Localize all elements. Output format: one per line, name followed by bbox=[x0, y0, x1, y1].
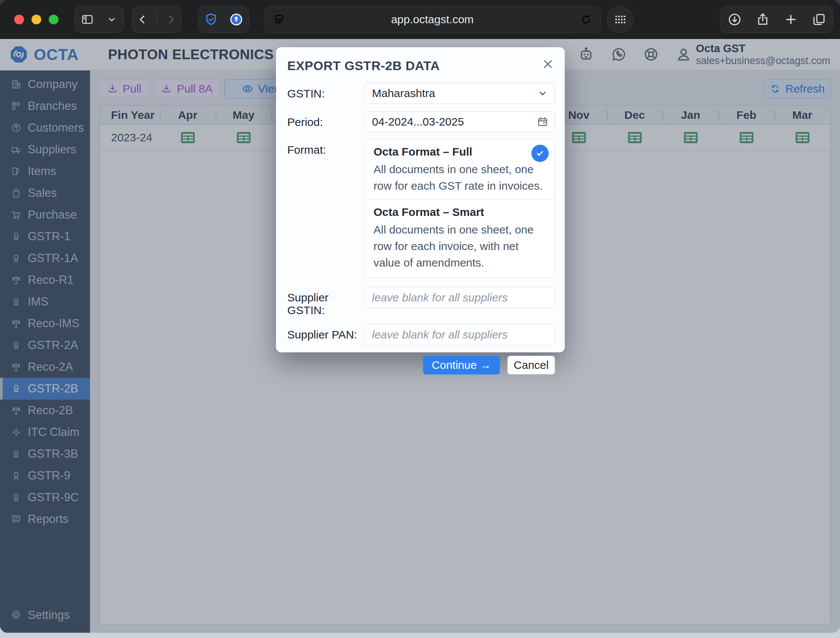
format-option-smart[interactable]: Octa Format – Smart All documents in one… bbox=[364, 199, 555, 278]
format-option-full[interactable]: Octa Format – Full All documents in one … bbox=[364, 139, 555, 199]
reader-icon[interactable] bbox=[273, 13, 285, 26]
calendar-icon bbox=[536, 116, 549, 128]
minimize-window-button[interactable] bbox=[32, 14, 41, 24]
share-icon[interactable] bbox=[755, 12, 770, 27]
supplier-pan-input[interactable] bbox=[364, 324, 555, 345]
window-controls bbox=[14, 14, 59, 24]
modal-title: EXPORT GSTR-2B DATA bbox=[287, 58, 440, 73]
divider bbox=[157, 12, 157, 27]
toolbar-right-group bbox=[720, 6, 833, 33]
new-tab-icon[interactable] bbox=[783, 12, 798, 27]
chevron-down-icon bbox=[536, 87, 549, 99]
gstin-selected-value: Maharashtra bbox=[372, 87, 435, 100]
format-option-title: Octa Format – Full bbox=[373, 145, 546, 158]
downloads-icon[interactable] bbox=[727, 12, 742, 27]
supplier-gstin-input[interactable] bbox=[364, 287, 555, 308]
onepassword-icon[interactable] bbox=[229, 12, 244, 27]
format-option-title: Octa Format – Smart bbox=[373, 206, 546, 218]
check-icon bbox=[535, 148, 546, 159]
browser-chrome: app.octagst.com bbox=[0, 0, 840, 39]
selected-check-badge bbox=[532, 145, 549, 162]
shield-check-icon[interactable] bbox=[204, 12, 218, 27]
extensions-grid-button[interactable] bbox=[607, 6, 634, 33]
format-label: Format: bbox=[287, 139, 364, 278]
chevron-down-icon[interactable] bbox=[106, 14, 117, 25]
format-option-description: All documents in one sheet, one row for … bbox=[373, 161, 546, 194]
format-option-description: All documents in one sheet, one row for … bbox=[373, 221, 546, 271]
forward-icon[interactable] bbox=[165, 13, 177, 26]
close-window-button[interactable] bbox=[14, 14, 24, 24]
period-label: Period: bbox=[287, 111, 364, 132]
period-value: 04-2024...03-2025 bbox=[372, 115, 464, 128]
format-options: Octa Format – Full All documents in one … bbox=[364, 139, 555, 278]
gstin-select[interactable]: Maharashtra bbox=[364, 83, 555, 104]
extensions-group bbox=[198, 6, 249, 33]
reload-icon[interactable] bbox=[580, 14, 592, 25]
supplier-pan-label: Supplier PAN: bbox=[287, 324, 364, 345]
zoom-window-button[interactable] bbox=[49, 14, 59, 24]
sidebar-toggle-icon[interactable] bbox=[81, 13, 94, 26]
close-icon[interactable] bbox=[541, 57, 555, 71]
back-icon[interactable] bbox=[136, 13, 149, 26]
tab-overview-icon[interactable] bbox=[812, 12, 826, 27]
period-input[interactable]: 04-2024...03-2025 bbox=[364, 111, 555, 132]
cancel-button[interactable]: Cancel bbox=[507, 356, 555, 374]
url-text: app.octagst.com bbox=[391, 13, 474, 26]
address-bar[interactable]: app.octagst.com bbox=[264, 6, 601, 33]
supplier-gstin-label: Supplier GSTIN: bbox=[287, 287, 364, 317]
browser-window: app.octagst.com OCTA PHOTON ELECTRONICS bbox=[0, 0, 840, 633]
gstin-label: GSTIN: bbox=[287, 83, 364, 104]
nav-group bbox=[132, 6, 182, 33]
app-root: OCTA PHOTON ELECTRONICS Octa GST sales+b… bbox=[0, 39, 840, 633]
sidebar-toggle-group bbox=[74, 6, 124, 33]
continue-button[interactable]: Continue → bbox=[423, 356, 500, 374]
export-gstr2b-modal: EXPORT GSTR-2B DATA GSTIN: Maharashtra P… bbox=[276, 47, 565, 352]
extensions-grid-icon bbox=[613, 13, 627, 27]
